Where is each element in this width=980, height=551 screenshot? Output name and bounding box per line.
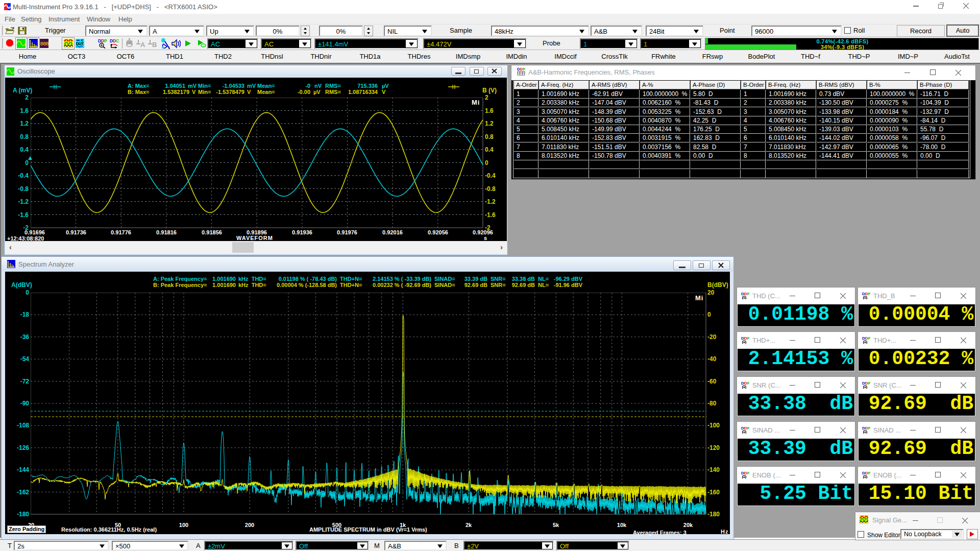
svg-text:DUT: DUT <box>76 41 84 46</box>
svg-text:P: P <box>868 381 870 386</box>
svg-text:P: P <box>104 38 107 43</box>
svg-text:P: P <box>523 67 525 71</box>
svg-text:P: P <box>868 426 870 430</box>
svg-text:888: 888 <box>40 41 49 47</box>
svg-text:P: P <box>747 336 749 341</box>
svg-text:P: P <box>868 336 870 341</box>
svg-text:P: P <box>868 471 870 475</box>
svg-text:P: P <box>868 292 870 296</box>
svg-text:P: P <box>747 426 749 430</box>
svg-text:B: B <box>152 41 157 48</box>
svg-text:A: A <box>140 41 145 48</box>
svg-text:P: P <box>747 471 749 475</box>
svg-text:P: P <box>747 381 749 386</box>
svg-text:P: P <box>747 292 749 296</box>
svg-text:C: C <box>116 38 119 43</box>
